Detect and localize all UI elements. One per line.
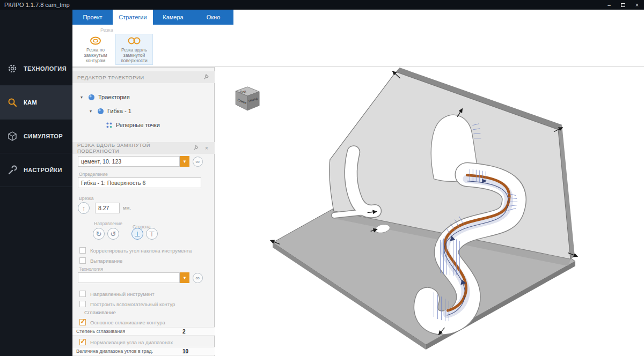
- definition-input[interactable]: [78, 177, 201, 188]
- sidebar-spacer: [0, 10, 72, 52]
- cube-icon: [7, 131, 18, 142]
- technology-label: Технология: [79, 266, 103, 272]
- sidebar-item-label: ТЕХНОЛОГИЯ: [24, 65, 67, 72]
- panel-title: РЕДАКТОР ТРАЕКТОРИИ: [77, 75, 144, 80]
- chevron-down-icon[interactable]: ▾: [80, 95, 85, 100]
- magnifier-icon: [7, 97, 18, 108]
- minimize-button[interactable]: –: [602, 0, 616, 10]
- cut-along-closed-surface-button[interactable]: Резка вдоль замкнутой поверхности: [115, 34, 153, 65]
- checkbox-directed-tool[interactable]: Направленный инструмент: [79, 290, 155, 298]
- tree-node-label: Реперные точки: [116, 122, 160, 128]
- maximize-icon: [621, 3, 625, 7]
- panel-title: РЕЗКА ВДОЛЬ ЗАМКНУТОЙ ПОВЕРХНОСТИ: [77, 142, 189, 154]
- checkbox[interactable]: [79, 257, 86, 264]
- view-navigation-cube[interactable]: Вид Слева Назад: [236, 87, 259, 110]
- checkbox[interactable]: [79, 301, 86, 307]
- ribbon-group-label: Резка: [100, 27, 113, 33]
- trajectory-editor-header: РЕДАКТОР ТРАЕКТОРИИ: [72, 71, 215, 83]
- checkbox-evaporation[interactable]: Выпаривание: [79, 257, 122, 264]
- checkbox-auxiliary-contour[interactable]: Построить вспомогательный контур: [79, 300, 175, 308]
- smoothing-section-label: Сглаживание: [84, 309, 116, 315]
- window-controls: – ×: [602, 0, 644, 10]
- direction-ccw-button[interactable]: ↺: [107, 228, 119, 240]
- tab-camera[interactable]: Камера: [153, 10, 193, 25]
- technology-link-button[interactable]: ∞: [193, 273, 203, 283]
- angle-range-value[interactable]: 10: [182, 348, 188, 354]
- definition-label: Определение: [79, 172, 108, 177]
- sidebar-item-label: КАМ: [24, 99, 37, 106]
- chevron-down-icon[interactable]: ▾: [90, 109, 94, 114]
- window-title: РКЛРО 1.1.7.8 cam_tmp: [4, 2, 70, 8]
- side-top-button[interactable]: ⊤: [146, 228, 158, 240]
- sidebar-item-label: НАСТРОЙКИ: [24, 167, 62, 173]
- tree-node-label: Гибка - 1: [107, 108, 131, 114]
- maximize-button[interactable]: [616, 0, 630, 10]
- checkbox[interactable]: [79, 319, 86, 325]
- tree-node-label: Траектория: [98, 94, 130, 100]
- smoothing-degree-label: Степень сглаживания: [76, 329, 125, 334]
- sheet-metal-part[interactable]: [270, 68, 577, 350]
- smoothing-degree-value[interactable]: 2: [182, 329, 186, 335]
- plunge-direction-icon[interactable]: ↑: [78, 202, 90, 214]
- plunge-unit-label: мм.: [123, 205, 131, 211]
- cut-closed-contours-button[interactable]: Резка по замкнутым контурам: [77, 34, 114, 65]
- tab-project[interactable]: Проект: [72, 10, 113, 25]
- checkbox[interactable]: [79, 339, 86, 345]
- material-dropdown-button[interactable]: ▾: [180, 156, 189, 167]
- closed-contour-cut-icon: [89, 35, 103, 46]
- tab-strategies[interactable]: Стратегии: [113, 10, 153, 25]
- material-link-button[interactable]: ∞: [193, 157, 203, 167]
- closed-surface-cut-icon: [127, 35, 142, 46]
- angle-range-label: Величина диапазона углов в град.: [76, 348, 153, 354]
- wrench-icon: [7, 165, 18, 175]
- smoothing-degree-row[interactable]: Степень сглаживания 2: [72, 327, 215, 336]
- bend-node-icon: [97, 108, 104, 115]
- checkbox[interactable]: [79, 247, 86, 254]
- tree-node-trajectory[interactable]: ▾ Траектория: [80, 92, 130, 102]
- 3d-viewport[interactable]: Вид Слева Назад: [215, 68, 644, 356]
- direction-cw-button[interactable]: ↻: [93, 228, 105, 240]
- material-input[interactable]: [78, 156, 180, 167]
- trajectory-node-icon: [88, 94, 95, 101]
- ribbon-button-caption: Резка вдоль замкнутой поверхности: [116, 48, 152, 63]
- sidebar-item-simulator[interactable]: СИМУЛЯТОР: [0, 120, 72, 153]
- technology-dropdown-button[interactable]: ▾: [180, 272, 189, 283]
- 3d-scene[interactable]: Вид Слева Назад: [215, 68, 644, 356]
- sidebar-item-technology[interactable]: ТЕХНОЛОГИЯ: [0, 52, 72, 86]
- strategy-panel-header: РЕЗКА ВДОЛЬ ЗАМКНУТОЙ ПОВЕРХНОСТИ ×: [72, 142, 215, 154]
- left-panel: РЕДАКТОР ТРАЕКТОРИИ ▾ Траектория ▾ Гибка…: [72, 67, 215, 356]
- tab-window[interactable]: Окно: [193, 10, 233, 25]
- plunge-depth-input[interactable]: [95, 203, 120, 213]
- checkbox-angle-normalization[interactable]: Нормализация угла на диапазонах: [79, 338, 173, 346]
- pin-icon[interactable]: [193, 145, 199, 151]
- tree-node-reference-points[interactable]: Реперные точки: [106, 120, 160, 130]
- checkbox-main-smoothing[interactable]: Основное сглаживание контура: [79, 318, 165, 326]
- ribbon-button-caption: Резка по замкнутым контурам: [77, 48, 114, 63]
- gear-icon: [7, 63, 18, 74]
- direction-label: Направление: [94, 221, 122, 226]
- sidebar: ТЕХНОЛОГИЯ КАМ СИМУЛЯТОР НАСТРОЙКИ: [0, 10, 72, 356]
- side-bottom-button[interactable]: ⊥: [131, 228, 143, 240]
- checkbox[interactable]: [79, 291, 86, 297]
- reference-points-icon: [106, 122, 113, 129]
- ribbon-tab-bar: Проект Стратегии Камера Окно: [72, 10, 644, 25]
- technology-input[interactable]: [78, 272, 180, 283]
- title-bar: РКЛРО 1.1.7.8 cam_tmp – ×: [0, 0, 644, 10]
- pin-icon[interactable]: [203, 74, 210, 80]
- angle-range-row[interactable]: Величина диапазона углов в град. 10: [72, 347, 215, 355]
- sidebar-item-label: СИМУЛЯТОР: [24, 133, 63, 139]
- plunge-label: Врезка: [79, 196, 93, 201]
- tree-node-bend[interactable]: ▾ Гибка - 1: [90, 106, 131, 116]
- checkbox-correct-tool-angle[interactable]: Корректировать угол наклона инструмента: [79, 247, 192, 254]
- sidebar-item-cam[interactable]: КАМ: [0, 86, 72, 120]
- ribbon: Резка Резка по замкнутым контурам Резка …: [72, 25, 644, 67]
- sidebar-item-settings[interactable]: НАСТРОЙКИ: [0, 153, 72, 187]
- close-icon[interactable]: ×: [204, 145, 210, 151]
- close-button[interactable]: ×: [630, 0, 644, 10]
